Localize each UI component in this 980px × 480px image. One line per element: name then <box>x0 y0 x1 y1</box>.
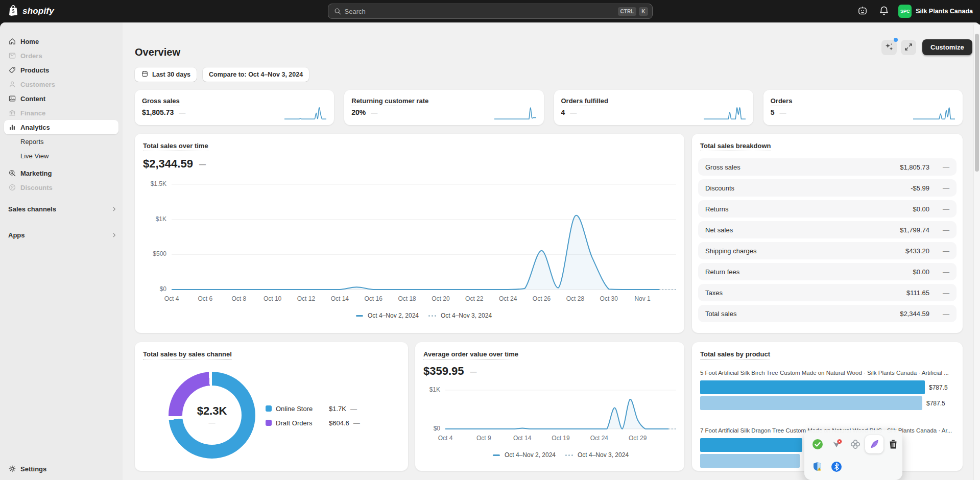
legend-current-label: Oct 4–Nov 2, 2024 <box>505 451 556 459</box>
date-range-label: Last 30 days <box>152 71 190 78</box>
sidebar-item-analytics[interactable]: Analytics <box>4 120 118 134</box>
customize-button[interactable]: Customize <box>922 39 972 55</box>
analytics-assistant-button[interactable] <box>881 40 897 55</box>
sidebar-section-apps[interactable]: Apps <box>0 228 123 242</box>
sidebar-item-live-view[interactable]: Live View <box>4 149 118 163</box>
breakdown-row-gross-sales[interactable]: Gross sales$1,805.73— <box>698 158 957 176</box>
breakdown-row-total-sales[interactable]: Total sales$2,344.59— <box>698 305 957 322</box>
sidebar-item-discounts[interactable]: Discounts <box>4 180 118 195</box>
metric-card-returning-customer-rate[interactable]: Returning customer rate20%— <box>344 90 543 125</box>
x-axis-label: Oct 22 <box>465 295 483 302</box>
metric-sparkline <box>284 105 327 123</box>
bluetooth-icon[interactable] <box>830 461 843 473</box>
total-sales-by-product-title[interactable]: Total sales by product <box>700 350 770 359</box>
topbar-right: SPC Silk Plants Canada <box>855 0 973 22</box>
notification-dot <box>894 38 898 42</box>
total_sales_over_time-plot <box>172 182 676 291</box>
sidebar-item-customers[interactable]: Customers <box>4 77 118 91</box>
shield-warning-icon[interactable] <box>811 461 824 473</box>
calendar-icon <box>141 70 149 79</box>
store-account-menu[interactable]: SPC Silk Plants Canada <box>898 5 973 18</box>
total-sales-breakdown-card: Total sales breakdown Gross sales$1,805.… <box>692 134 963 333</box>
fullscreen-button[interactable] <box>901 40 916 55</box>
metric-card-gross-sales[interactable]: Gross sales$1,805.73— <box>135 90 334 125</box>
sparkline <box>494 105 537 121</box>
breakdown-value: $0.00 <box>913 268 929 276</box>
metric-card-orders-fulfilled[interactable]: Orders fulfilled4— <box>554 90 753 125</box>
sidebar-item-finance[interactable]: Finance <box>4 106 118 120</box>
total-sales-value: $2,344.59 <box>143 157 193 171</box>
sidebar-item-marketing[interactable]: Marketing <box>4 166 118 180</box>
no-comparison-marker: — <box>943 205 949 213</box>
sidebar-sections: Sales channelsApps <box>0 202 123 242</box>
no-comparison-marker: — <box>470 368 477 375</box>
x-axis-label: Oct 30 <box>600 295 618 302</box>
store-avatar: SPC <box>898 5 912 18</box>
breakdown-row-return-fees[interactable]: Return fees$0.00— <box>698 263 957 280</box>
notifications-button[interactable] <box>877 4 891 18</box>
sidebar-item-products[interactable]: Products <box>4 63 118 77</box>
legend-previous-label: Oct 4–Nov 3, 2024 <box>578 451 629 459</box>
metric-value-row: 5— <box>771 108 786 116</box>
breakdown-row-returns[interactable]: Returns$0.00— <box>698 200 957 218</box>
x-axis-label: Oct 10 <box>264 295 281 302</box>
customers-icon <box>8 80 16 88</box>
breakdown-row-taxes[interactable]: Taxes$111.65— <box>698 284 957 301</box>
sidebar-item-home[interactable]: Home <box>4 34 118 49</box>
date-range-button[interactable]: Last 30 days <box>135 67 197 82</box>
breakdown-row-discounts[interactable]: Discounts-$5.99— <box>698 179 957 197</box>
sidebar-section-sales-channels[interactable]: Sales channels <box>0 202 123 216</box>
no-comparison-marker: — <box>943 163 949 171</box>
global-search-input[interactable]: Search CTRL K <box>328 4 653 19</box>
metric-card-orders[interactable]: Orders5— <box>763 90 963 125</box>
gear-icon <box>8 465 16 473</box>
sidebar-item-content[interactable]: Content <box>4 91 118 106</box>
shopify-bag-icon <box>7 4 19 18</box>
sidekick-icon <box>857 10 868 18</box>
green-check-icon[interactable] <box>811 438 824 450</box>
metric-value-row: 20%— <box>351 108 377 116</box>
average-order-value-card: Average order value over time $359.95— $… <box>415 342 684 471</box>
analytics-icon <box>8 123 16 131</box>
chevron-right-icon <box>111 232 117 238</box>
bell-icon <box>878 10 890 18</box>
search-placeholder: Search <box>345 8 615 15</box>
trash-icon[interactable] <box>887 438 899 450</box>
breakdown-row-net-sales[interactable]: Net sales$1,799.74— <box>698 221 957 238</box>
page-scrollbar[interactable] <box>973 25 980 480</box>
sidebar-item-reports[interactable]: Reports <box>4 134 118 149</box>
no-comparison-marker: — <box>943 310 949 318</box>
sidekick-assistant-button[interactable] <box>855 4 870 18</box>
shopify-logo[interactable]: shopify <box>0 4 54 18</box>
sidebar-item-settings[interactable]: Settings <box>4 462 118 476</box>
feather-icon[interactable] <box>868 438 880 450</box>
sidebar-item-orders[interactable]: Orders <box>4 49 118 63</box>
breakdown-label: Discounts <box>705 184 911 192</box>
sidebar-item-label: Discounts <box>20 184 53 191</box>
x-axis-label: Oct 16 <box>365 295 383 302</box>
compare-button[interactable]: Compare to: Oct 4–Nov 3, 2024 <box>203 67 309 82</box>
home-icon <box>8 37 16 45</box>
x-axis-label: Oct 18 <box>398 295 416 302</box>
sidebar-item-label: Marketing <box>20 170 52 177</box>
scrollbar-thumb[interactable] <box>975 34 979 172</box>
content-sheet: HomeOrdersProductsCustomersContentFinanc… <box>0 22 980 480</box>
metric-value: $1,805.73 <box>142 108 174 116</box>
total-sales-by-channel-title[interactable]: Total sales by sales channel <box>143 350 232 359</box>
breakdown-row-shipping-charges[interactable]: Shipping charges$433.20— <box>698 242 957 259</box>
breakdown-value: $1,805.73 <box>900 163 929 171</box>
y-axis-label: $1K <box>417 386 440 393</box>
product-bar-value: $787.5 <box>926 400 945 407</box>
metric-value: 20% <box>351 108 366 116</box>
average-order-value-title[interactable]: Average order value over time <box>423 350 518 359</box>
marketing-icon <box>8 169 16 177</box>
x-axis-label: Oct 4 <box>164 295 179 302</box>
no-comparison-marker: — <box>780 109 786 116</box>
no-comparison-marker: — <box>350 405 357 413</box>
total-sales-breakdown-title[interactable]: Total sales breakdown <box>700 142 771 151</box>
clover-icon[interactable] <box>849 438 862 450</box>
gray-logo-red-badge-icon[interactable] <box>830 438 843 450</box>
orders-icon <box>8 52 16 60</box>
channel-value: $1.7K <box>329 405 346 413</box>
total-sales-over-time-title[interactable]: Total sales over time <box>143 142 208 151</box>
